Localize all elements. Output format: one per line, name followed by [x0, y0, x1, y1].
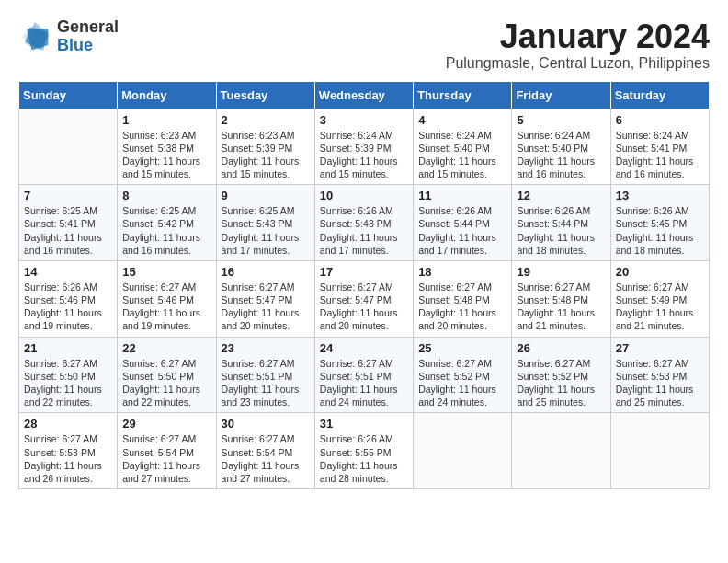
day-number: 10 [320, 189, 408, 202]
calendar-cell-w3-d1: 14Sunrise: 6:26 AMSunset: 5:46 PMDayligh… [19, 260, 118, 337]
calendar-cell-w1-d2: 1Sunrise: 6:23 AMSunset: 5:38 PMDaylight… [118, 109, 216, 185]
header-tuesday: Tuesday [216, 81, 314, 109]
calendar-cell-w2-d3: 9Sunrise: 6:25 AMSunset: 5:43 PMDaylight… [216, 185, 314, 261]
day-info: Sunrise: 6:26 AMSunset: 5:55 PMDaylight:… [320, 432, 408, 485]
calendar-cell-w3-d6: 19Sunrise: 6:27 AMSunset: 5:48 PMDayligh… [512, 260, 610, 337]
calendar-cell-w2-d5: 11Sunrise: 6:26 AMSunset: 5:44 PMDayligh… [414, 185, 512, 261]
month-title: January 2024 [446, 18, 710, 55]
day-info: Sunrise: 6:27 AMSunset: 5:53 PMDaylight:… [616, 357, 704, 409]
day-number: 2 [222, 113, 310, 127]
day-info: Sunrise: 6:27 AMSunset: 5:51 PMDaylight:… [320, 357, 408, 409]
calendar-cell-w5-d1: 28Sunrise: 6:27 AMSunset: 5:53 PMDayligh… [19, 413, 118, 489]
day-number: 1 [122, 113, 210, 127]
day-info: Sunrise: 6:24 AMSunset: 5:40 PMDaylight:… [517, 129, 605, 181]
calendar-cell-w4-d2: 22Sunrise: 6:27 AMSunset: 5:50 PMDayligh… [118, 337, 216, 413]
day-info: Sunrise: 6:24 AMSunset: 5:41 PMDaylight:… [616, 129, 704, 181]
day-number: 5 [517, 113, 605, 127]
day-number: 29 [122, 417, 210, 431]
day-info: Sunrise: 6:26 AMSunset: 5:46 PMDaylight:… [24, 281, 112, 333]
day-info: Sunrise: 6:27 AMSunset: 5:48 PMDaylight:… [418, 281, 506, 333]
calendar-cell-w1-d7: 6Sunrise: 6:24 AMSunset: 5:41 PMDaylight… [610, 109, 709, 185]
day-number: 27 [616, 341, 704, 355]
day-number: 6 [616, 113, 704, 127]
calendar-cell-w4-d4: 24Sunrise: 6:27 AMSunset: 5:51 PMDayligh… [314, 337, 413, 413]
calendar-cell-w4-d5: 25Sunrise: 6:27 AMSunset: 5:52 PMDayligh… [414, 337, 512, 413]
location-text: Pulungmasle, Central Luzon, Philippines [446, 55, 710, 72]
calendar-week-1: 1Sunrise: 6:23 AMSunset: 5:38 PMDaylight… [19, 109, 710, 185]
day-info: Sunrise: 6:27 AMSunset: 5:46 PMDaylight:… [122, 281, 210, 333]
calendar-cell-w4-d3: 23Sunrise: 6:27 AMSunset: 5:51 PMDayligh… [216, 337, 314, 413]
calendar-cell-w1-d3: 2Sunrise: 6:23 AMSunset: 5:39 PMDaylight… [216, 109, 314, 185]
header-wednesday: Wednesday [314, 81, 413, 109]
day-info: Sunrise: 6:27 AMSunset: 5:53 PMDaylight:… [24, 432, 112, 485]
day-number: 20 [616, 265, 704, 279]
day-info: Sunrise: 6:27 AMSunset: 5:47 PMDaylight:… [222, 281, 310, 333]
day-info: Sunrise: 6:26 AMSunset: 5:44 PMDaylight:… [418, 204, 506, 257]
day-number: 31 [320, 417, 408, 431]
day-info: Sunrise: 6:23 AMSunset: 5:39 PMDaylight:… [222, 129, 310, 181]
calendar-week-3: 14Sunrise: 6:26 AMSunset: 5:46 PMDayligh… [19, 260, 710, 337]
day-number: 13 [616, 189, 704, 202]
calendar-cell-w3-d4: 17Sunrise: 6:27 AMSunset: 5:47 PMDayligh… [314, 260, 413, 337]
calendar-cell-w1-d1 [19, 109, 118, 185]
day-info: Sunrise: 6:27 AMSunset: 5:47 PMDaylight:… [320, 281, 408, 333]
day-info: Sunrise: 6:27 AMSunset: 5:52 PMDaylight:… [517, 357, 605, 409]
calendar-cell-w5-d6 [512, 413, 610, 489]
calendar-cell-w1-d4: 3Sunrise: 6:24 AMSunset: 5:39 PMDaylight… [314, 109, 413, 185]
day-info: Sunrise: 6:24 AMSunset: 5:40 PMDaylight:… [418, 129, 506, 181]
page-header: General Blue January 2024 Pulungmasle, C… [18, 18, 710, 72]
day-info: Sunrise: 6:26 AMSunset: 5:45 PMDaylight:… [616, 204, 704, 257]
day-number: 22 [122, 341, 210, 355]
day-number: 15 [122, 265, 210, 279]
day-info: Sunrise: 6:27 AMSunset: 5:54 PMDaylight:… [122, 432, 210, 485]
day-number: 11 [418, 189, 506, 202]
day-number: 8 [122, 189, 210, 202]
svg-marker-3 [27, 29, 48, 50]
header-sunday: Sunday [19, 81, 118, 109]
calendar-week-5: 28Sunrise: 6:27 AMSunset: 5:53 PMDayligh… [19, 413, 710, 489]
day-info: Sunrise: 6:27 AMSunset: 5:51 PMDaylight:… [222, 357, 310, 409]
calendar-cell-w4-d1: 21Sunrise: 6:27 AMSunset: 5:50 PMDayligh… [19, 337, 118, 413]
calendar-header-row: Sunday Monday Tuesday Wednesday Thursday… [19, 81, 710, 109]
calendar-cell-w2-d1: 7Sunrise: 6:25 AMSunset: 5:41 PMDaylight… [19, 185, 118, 261]
day-number: 28 [24, 417, 112, 431]
day-number: 21 [24, 341, 112, 355]
calendar-cell-w5-d3: 30Sunrise: 6:27 AMSunset: 5:54 PMDayligh… [216, 413, 314, 489]
day-number: 7 [24, 189, 112, 202]
day-info: Sunrise: 6:27 AMSunset: 5:48 PMDaylight:… [517, 281, 605, 333]
day-info: Sunrise: 6:26 AMSunset: 5:43 PMDaylight:… [320, 204, 408, 257]
day-info: Sunrise: 6:26 AMSunset: 5:44 PMDaylight:… [517, 204, 605, 257]
title-block: January 2024 Pulungmasle, Central Luzon,… [446, 18, 710, 72]
day-number: 17 [320, 265, 408, 279]
day-info: Sunrise: 6:27 AMSunset: 5:54 PMDaylight:… [222, 432, 310, 485]
calendar-cell-w3-d2: 15Sunrise: 6:27 AMSunset: 5:46 PMDayligh… [118, 260, 216, 337]
calendar-cell-w2-d4: 10Sunrise: 6:26 AMSunset: 5:43 PMDayligh… [314, 185, 413, 261]
logo-text: General Blue [57, 18, 119, 55]
day-number: 16 [222, 265, 310, 279]
day-number: 3 [320, 113, 408, 127]
calendar-table: Sunday Monday Tuesday Wednesday Thursday… [18, 81, 710, 489]
logo-blue-text: Blue [57, 37, 119, 55]
logo-general-text: General [57, 18, 119, 37]
day-number: 25 [418, 341, 506, 355]
calendar-cell-w3-d7: 20Sunrise: 6:27 AMSunset: 5:49 PMDayligh… [610, 260, 709, 337]
calendar-cell-w2-d6: 12Sunrise: 6:26 AMSunset: 5:44 PMDayligh… [512, 185, 610, 261]
calendar-cell-w5-d5 [414, 413, 512, 489]
calendar-cell-w1-d5: 4Sunrise: 6:24 AMSunset: 5:40 PMDaylight… [414, 109, 512, 185]
calendar-cell-w4-d7: 27Sunrise: 6:27 AMSunset: 5:53 PMDayligh… [610, 337, 709, 413]
day-number: 19 [517, 265, 605, 279]
header-thursday: Thursday [414, 81, 512, 109]
logo: General Blue [18, 18, 119, 55]
header-monday: Monday [118, 81, 216, 109]
day-number: 30 [222, 417, 310, 431]
calendar-cell-w4-d6: 26Sunrise: 6:27 AMSunset: 5:52 PMDayligh… [512, 337, 610, 413]
calendar-cell-w3-d3: 16Sunrise: 6:27 AMSunset: 5:47 PMDayligh… [216, 260, 314, 337]
day-number: 4 [418, 113, 506, 127]
day-info: Sunrise: 6:27 AMSunset: 5:50 PMDaylight:… [24, 357, 112, 409]
day-number: 12 [517, 189, 605, 202]
day-number: 9 [222, 189, 310, 202]
day-number: 18 [418, 265, 506, 279]
day-info: Sunrise: 6:25 AMSunset: 5:42 PMDaylight:… [122, 204, 210, 257]
day-info: Sunrise: 6:24 AMSunset: 5:39 PMDaylight:… [320, 129, 408, 181]
calendar-week-4: 21Sunrise: 6:27 AMSunset: 5:50 PMDayligh… [19, 337, 710, 413]
